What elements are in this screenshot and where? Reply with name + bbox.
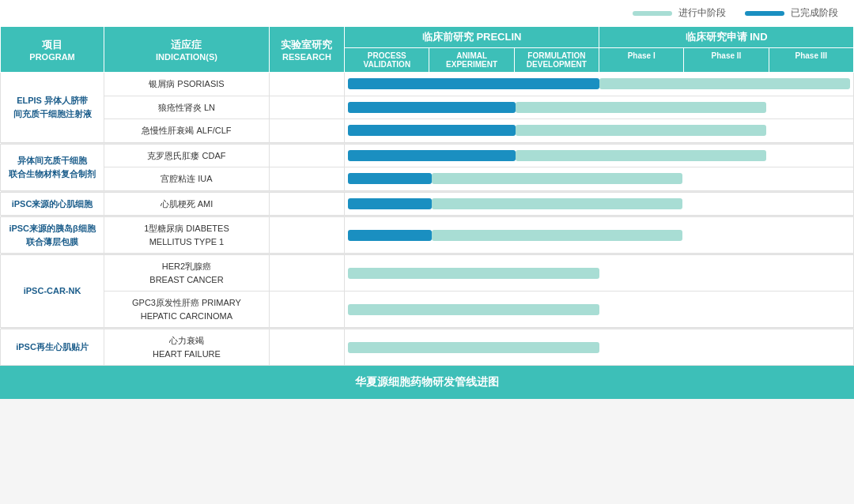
legend-ongoing-line xyxy=(633,11,672,16)
legend-completed-line xyxy=(745,11,784,16)
table-row: 宫腔粘连 IUA xyxy=(1,167,854,191)
main-container: 进行中阶段 已完成阶段 项目 PROGRAM xyxy=(0,0,854,399)
program-cell: iPSC-CAR-NK xyxy=(1,255,104,328)
th-ind: 临床研究申请 IND xyxy=(599,27,854,48)
research-cell xyxy=(269,119,344,143)
program-cell: ELPIS 异体人脐带间充质干细胞注射液 xyxy=(1,73,104,143)
indication-zh: 适应症 xyxy=(109,38,264,52)
research-cell xyxy=(269,217,344,254)
indication-cell: 狼疮性肾炎 LN xyxy=(104,96,270,119)
research-cell xyxy=(269,96,344,119)
bar-cell xyxy=(345,119,854,143)
bar-cell xyxy=(345,255,854,291)
research-cell xyxy=(269,73,344,96)
table-row: iPSC来源的心肌细胞 心肌梗死 AMI xyxy=(1,192,854,216)
table-row: ELPIS 异体人脐带间充质干细胞注射液 银屑病 PSORIASIS xyxy=(1,73,854,96)
table-row: 急慢性肝衰竭 ALF/CLF xyxy=(1,119,854,143)
program-cell: iPSC再生心肌贴片 xyxy=(1,329,104,366)
research-zh: 实验室研究 xyxy=(274,38,339,52)
th-process: PROCESS VALIDATION xyxy=(345,48,429,73)
program-cell: iPSC来源的心肌细胞 xyxy=(1,192,104,216)
th-research: 实验室研究 RESEARCH xyxy=(269,27,344,73)
th-phase3: Phase III xyxy=(769,48,853,73)
bar-cell xyxy=(345,144,854,167)
table-row: iPSC-CAR-NK HER2乳腺癌BREAST CANCER xyxy=(1,255,854,291)
th-formulation: FORMULATION DEVELOPMENT xyxy=(514,48,599,73)
indication-cell: HER2乳腺癌BREAST CANCER xyxy=(104,255,270,291)
legend-completed-label: 已完成阶段 xyxy=(791,6,838,20)
indication-cell: 1型糖尿病 DIABETESMELLITUS TYPE 1 xyxy=(104,217,270,254)
table-row: 异体间充质干细胞联合生物材料复合制剂 克罗恩氏肛瘘 CDAF xyxy=(1,144,854,167)
footer: 华夏源细胞药物研发管线进图 xyxy=(0,366,854,399)
table-row: iPSC再生心肌贴片 心力衰竭HEART FAILURE xyxy=(1,329,854,366)
bar-cell xyxy=(345,73,854,96)
bar-cell xyxy=(345,329,854,366)
research-cell xyxy=(269,192,344,216)
table-body: ELPIS 异体人脐带间充质干细胞注射液 银屑病 PSORIASIS 狼疮性肾炎… xyxy=(1,73,854,366)
research-cell xyxy=(269,329,344,366)
indication-cell: 银屑病 PSORIASIS xyxy=(104,73,270,96)
research-cell xyxy=(269,291,344,328)
th-program: 项目 PROGRAM xyxy=(1,27,104,73)
bar-cell xyxy=(345,217,854,254)
research-cell xyxy=(269,255,344,291)
th-phase1: Phase I xyxy=(599,48,684,73)
footer-text: 华夏源细胞药物研发管线进图 xyxy=(355,375,499,388)
indication-cell: 克罗恩氏肛瘘 CDAF xyxy=(104,144,270,167)
table-row: iPSC来源的胰岛β细胞联合薄层包膜 1型糖尿病 DIABETESMELLITU… xyxy=(1,217,854,254)
legend: 进行中阶段 已完成阶段 xyxy=(0,0,854,26)
legend-ongoing-label: 进行中阶段 xyxy=(678,6,726,20)
indication-cell: 心力衰竭HEART FAILURE xyxy=(104,329,270,366)
th-phase2: Phase II xyxy=(684,48,769,73)
bar-cell xyxy=(345,96,854,119)
table-row: 狼疮性肾炎 LN xyxy=(1,96,854,119)
indication-en: INDICATION(S) xyxy=(109,52,264,62)
th-preclin: 临床前研究 PRECLIN xyxy=(345,27,599,48)
header-row-1: 项目 PROGRAM 适应症 INDICATION(S) 实验室研究 RESEA… xyxy=(1,27,854,48)
bar-cell xyxy=(345,192,854,216)
legend-ongoing: 进行中阶段 xyxy=(633,6,726,20)
research-cell xyxy=(269,144,344,167)
program-cell: iPSC来源的胰岛β细胞联合薄层包膜 xyxy=(1,217,104,254)
indication-cell: GPC3原发性肝癌 PRIMARYHEPATIC CARCINOMA xyxy=(104,291,270,328)
program-zh: 项目 xyxy=(6,38,99,52)
bar-cell xyxy=(345,291,854,328)
bar-cell xyxy=(345,167,854,191)
research-en: RESEARCH xyxy=(274,52,339,62)
th-indication: 适应症 INDICATION(S) xyxy=(104,27,270,73)
program-en: PROGRAM xyxy=(6,52,99,62)
table-row: GPC3原发性肝癌 PRIMARYHEPATIC CARCINOMA xyxy=(1,291,854,328)
program-cell: 异体间充质干细胞联合生物材料复合制剂 xyxy=(1,144,104,190)
research-cell xyxy=(269,167,344,191)
th-animal: ANIMAL EXPERIMENT xyxy=(429,48,514,73)
legend-completed: 已完成阶段 xyxy=(745,6,838,20)
indication-cell: 宫腔粘连 IUA xyxy=(104,167,270,191)
pipeline-table: 项目 PROGRAM 适应症 INDICATION(S) 实验室研究 RESEA… xyxy=(0,26,854,366)
indication-cell: 心肌梗死 AMI xyxy=(104,192,270,216)
indication-cell: 急慢性肝衰竭 ALF/CLF xyxy=(104,119,270,143)
